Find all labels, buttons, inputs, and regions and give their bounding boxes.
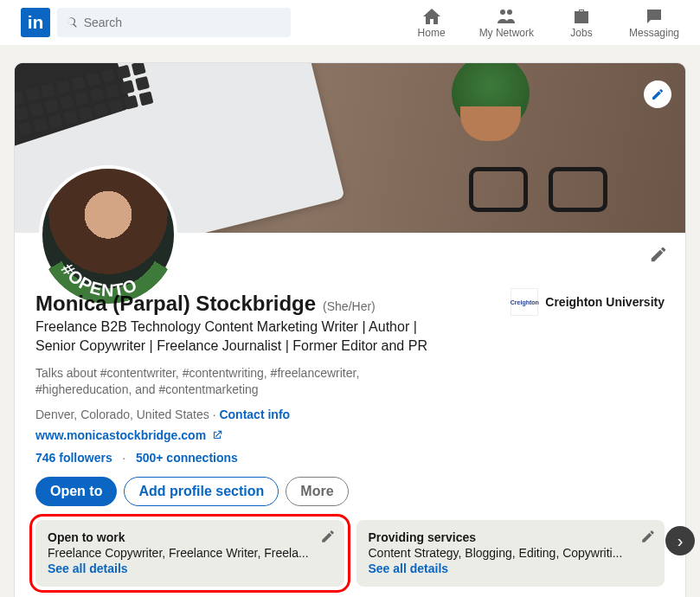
- search-icon: [66, 16, 79, 29]
- nav-items: Home My Network Jobs Messaging: [410, 6, 679, 39]
- school-logo: Creighton: [511, 288, 538, 316]
- nav-home[interactable]: Home: [410, 6, 453, 39]
- website-link[interactable]: www.monicastockbridge.com: [35, 428, 206, 442]
- providing-services-card[interactable]: Providing services Content Strategy, Blo…: [356, 520, 665, 587]
- profile-pronouns: (She/Her): [323, 299, 376, 313]
- see-details-link[interactable]: See all details: [369, 562, 449, 575]
- briefcase-icon: [571, 6, 592, 27]
- add-profile-section-button[interactable]: Add profile section: [124, 477, 279, 506]
- profile-name: Monica (Parpal) Stockbridge: [35, 292, 316, 316]
- top-navbar: in Home My Network Jobs Messaging: [0, 0, 700, 45]
- location-text: Denver, Colorado, United States: [35, 408, 209, 421]
- nav-label: Messaging: [629, 27, 679, 39]
- education-entry[interactable]: Creighton Creighton University: [511, 288, 665, 316]
- card-title: Providing services: [369, 530, 653, 544]
- open-to-button[interactable]: Open to: [35, 477, 117, 506]
- card-title: Open to work: [48, 530, 332, 544]
- pencil-icon: [649, 245, 668, 264]
- nav-network[interactable]: My Network: [479, 6, 534, 39]
- edit-cover-button[interactable]: [644, 80, 671, 108]
- home-icon: [421, 6, 442, 27]
- chat-icon: [644, 6, 665, 27]
- more-button[interactable]: More: [286, 477, 348, 506]
- nav-jobs[interactable]: Jobs: [560, 6, 603, 39]
- external-link-icon: [211, 429, 223, 441]
- nav-messaging[interactable]: Messaging: [629, 6, 679, 39]
- contact-info-link[interactable]: Contact info: [219, 408, 290, 421]
- nav-label: Jobs: [570, 27, 592, 39]
- pencil-icon: [651, 87, 665, 101]
- school-name: Creighton University: [545, 295, 665, 309]
- open-to-work-card[interactable]: Open to work Freelance Copywriter, Freel…: [35, 520, 344, 587]
- pencil-icon: [640, 529, 656, 544]
- search-input[interactable]: [84, 16, 282, 29]
- profile-headline: Freelance B2B Technology Content Marketi…: [35, 318, 451, 356]
- edit-card-button[interactable]: [640, 529, 656, 548]
- edit-profile-button[interactable]: [649, 245, 668, 267]
- card-subtitle: Content Strategy, Blogging, Editing, Cop…: [369, 546, 653, 560]
- talks-about: Talks about #contentwriter, #contentwrit…: [35, 365, 451, 399]
- nav-label: My Network: [479, 27, 534, 39]
- scroll-right-button[interactable]: ›: [665, 526, 695, 555]
- nav-label: Home: [418, 27, 446, 39]
- see-details-link[interactable]: See all details: [48, 562, 128, 575]
- people-icon: [496, 6, 517, 27]
- search-container[interactable]: [57, 8, 291, 37]
- pencil-icon: [320, 529, 336, 544]
- svg-point-1: [507, 10, 512, 15]
- connections-link[interactable]: 500+ connections: [136, 451, 238, 465]
- profile-card: #OPENTOWORK Creighton Creighton Universi…: [14, 62, 686, 597]
- edit-card-button[interactable]: [320, 529, 336, 548]
- chevron-right-icon: ›: [678, 531, 684, 551]
- svg-point-0: [500, 10, 505, 15]
- followers-link[interactable]: 746 followers: [35, 451, 112, 465]
- linkedin-logo[interactable]: in: [21, 8, 50, 37]
- card-subtitle: Freelance Copywriter, Freelance Writer, …: [48, 546, 332, 560]
